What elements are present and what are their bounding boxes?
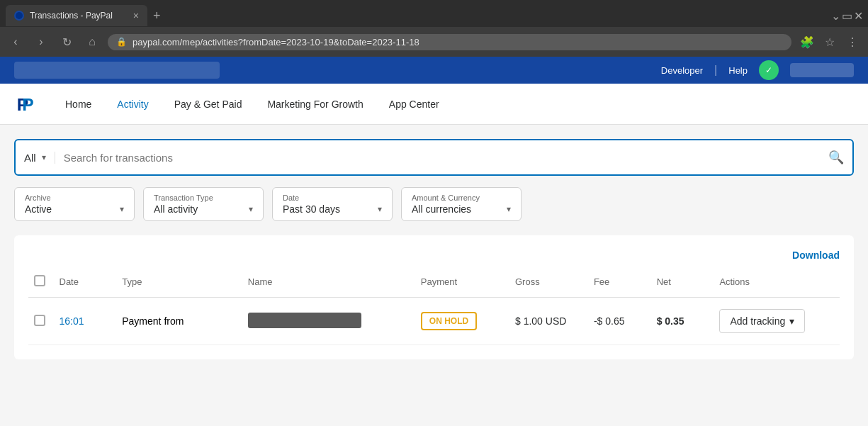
date-filter[interactable]: Date Past 30 days ▾: [272, 187, 393, 221]
transaction-type-chevron-icon: ▾: [249, 204, 253, 214]
archive-value: Active: [25, 203, 52, 215]
header-fee: Fee: [588, 269, 651, 298]
add-tracking-label: Add tracking: [730, 315, 785, 327]
row-type-cell: Payment from: [116, 298, 242, 345]
row-gross: $ 1.00 USD: [515, 315, 566, 327]
header-actions: Actions: [714, 269, 840, 298]
row-checkbox[interactable]: [34, 315, 45, 326]
address-bar[interactable]: 🔒 paypal.com/mep/activities?fromDate=202…: [108, 34, 791, 50]
table-header-row: Date Type Name Payment Gross Fee Net Act…: [28, 269, 840, 298]
minimize-button[interactable]: ⌄: [831, 11, 840, 20]
tab-title: Transactions - PayPal: [30, 11, 128, 21]
maximize-button[interactable]: ▭: [842, 11, 851, 20]
help-link[interactable]: Help: [728, 65, 748, 76]
content-header: Download: [28, 250, 840, 261]
row-actions-cell: Add tracking ▾: [714, 298, 840, 345]
lock-icon: 🔒: [116, 37, 127, 47]
archive-value-row: Active ▾: [25, 203, 124, 215]
home-button[interactable]: ⌂: [82, 32, 102, 52]
browser-toolbar: ‹ › ↻ ⌂ 🔒 paypal.com/mep/activities?from…: [0, 27, 868, 57]
row-time[interactable]: 16:01: [60, 315, 84, 327]
amount-currency-value: All currencies: [412, 203, 471, 215]
tab-favicon: [14, 11, 24, 21]
archive-label: Archive: [25, 194, 124, 202]
nav-app-center[interactable]: App Center: [378, 93, 451, 116]
row-date-cell: 16:01: [54, 298, 117, 345]
extensions-button[interactable]: 🧩: [797, 32, 817, 52]
amount-currency-label: Amount & Currency: [412, 194, 511, 202]
transaction-type-value: All activity: [154, 203, 198, 215]
table-body: 16:01 Payment from ON HOLD $ 1.00 USD: [28, 298, 840, 345]
search-filter-chevron-icon: ▾: [42, 152, 46, 162]
main-content: All ▾ 🔍 Archive Active ▾ Transaction Typ…: [0, 125, 868, 374]
date-chevron-icon: ▾: [378, 204, 382, 214]
url-text: paypal.com/mep/activities?fromDate=2023-…: [133, 37, 783, 47]
add-tracking-button[interactable]: Add tracking ▾: [719, 309, 805, 333]
download-link[interactable]: Download: [792, 250, 840, 261]
active-tab[interactable]: Transactions - PayPal ×: [6, 5, 147, 26]
nav-pay-get-paid[interactable]: Pay & Get Paid: [163, 93, 254, 116]
row-type: Payment from: [122, 315, 184, 327]
row-payment-cell: ON HOLD: [415, 298, 509, 345]
header-date: Date: [54, 269, 117, 298]
archive-filter[interactable]: Archive Active ▾: [14, 187, 135, 221]
nav-activity[interactable]: Activity: [106, 93, 159, 116]
nav-home[interactable]: Home: [54, 93, 103, 116]
top-bar-search-placeholder: [14, 62, 220, 79]
tab-close-button[interactable]: ×: [133, 10, 139, 21]
header-checkbox[interactable]: [34, 275, 45, 286]
row-name-placeholder: [248, 313, 361, 328]
top-bar-left: [14, 62, 661, 79]
header-checkbox-col: [28, 269, 54, 298]
row-fee: -$ 0.65: [594, 315, 625, 327]
content-area: Download Date Type Name Payment Gross Fe…: [14, 235, 854, 359]
archive-chevron-icon: ▾: [120, 204, 124, 214]
menu-button[interactable]: ⋮: [842, 32, 862, 52]
table-row: 16:01 Payment from ON HOLD $ 1.00 USD: [28, 298, 840, 345]
browser-chrome: Transactions - PayPal × + ⌄ ▭ ✕ ‹ › ↻ ⌂ …: [0, 0, 868, 57]
svg-point-0: [16, 12, 23, 19]
search-input[interactable]: [55, 152, 828, 164]
user-name-placeholder: [790, 63, 854, 77]
row-net: $ 0.35: [657, 315, 684, 327]
header-net: Net: [651, 269, 714, 298]
refresh-button[interactable]: ↻: [57, 32, 77, 52]
amount-currency-value-row: All currencies ▾: [412, 203, 511, 215]
paypal-top-bar: Developer | Help ✓: [0, 57, 868, 84]
actions-chevron-icon: ▾: [789, 315, 794, 327]
back-button[interactable]: ‹: [6, 32, 26, 52]
amount-currency-chevron-icon: ▾: [507, 204, 511, 214]
nav-marketing[interactable]: Marketing For Growth: [256, 93, 374, 116]
developer-link[interactable]: Developer: [661, 65, 703, 76]
paypal-nav: P P Home Activity Pay & Get Paid Marketi…: [0, 84, 868, 125]
amount-currency-filter[interactable]: Amount & Currency All currencies ▾: [401, 187, 522, 221]
transaction-type-label: Transaction Type: [154, 194, 253, 202]
transaction-type-filter[interactable]: Transaction Type All activity ▾: [143, 187, 264, 221]
header-gross: Gross: [509, 269, 588, 298]
search-icon[interactable]: 🔍: [828, 150, 844, 165]
toolbar-actions: 🧩 ☆ ⋮: [797, 32, 862, 52]
new-tab-button[interactable]: +: [153, 9, 161, 23]
date-value-row: Past 30 days ▾: [283, 203, 382, 215]
search-filter-value: All: [24, 152, 36, 164]
tab-bar: Transactions - PayPal × + ⌄ ▭ ✕: [0, 0, 868, 27]
svg-text:P: P: [22, 94, 33, 113]
header-type: Type: [116, 269, 242, 298]
bookmark-button[interactable]: ☆: [820, 32, 840, 52]
row-fee-cell: -$ 0.65: [588, 298, 651, 345]
search-filter-dropdown[interactable]: All ▾: [24, 152, 55, 164]
paypal-logo[interactable]: P P: [14, 91, 40, 117]
transactions-table: Date Type Name Payment Gross Fee Net Act…: [28, 269, 840, 345]
transaction-type-value-row: All activity ▾: [154, 203, 253, 215]
row-name-cell: [242, 298, 415, 345]
row-checkbox-cell: [28, 298, 54, 345]
forward-button[interactable]: ›: [31, 32, 51, 52]
nav-links: Home Activity Pay & Get Paid Marketing F…: [54, 93, 451, 116]
table-header: Date Type Name Payment Gross Fee Net Act…: [28, 269, 840, 298]
top-bar-right: Developer | Help ✓: [661, 60, 854, 80]
header-payment: Payment: [415, 269, 509, 298]
date-label: Date: [283, 194, 382, 202]
close-button[interactable]: ✕: [854, 11, 862, 20]
filters-row: Archive Active ▾ Transaction Type All ac…: [14, 187, 854, 221]
row-net-cell: $ 0.35: [651, 298, 714, 345]
